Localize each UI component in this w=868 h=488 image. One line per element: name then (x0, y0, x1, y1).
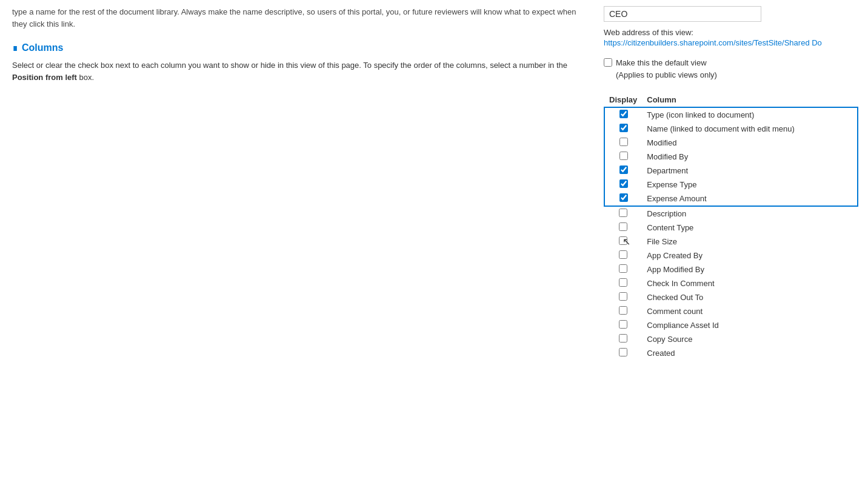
checkbox-created[interactable] (619, 348, 627, 356)
table-row: App Created By (604, 249, 858, 262)
checkbox-comment-count[interactable] (619, 306, 627, 315)
columns-section-description: Select or clear the check box next to ea… (12, 59, 582, 83)
column-header: Column (642, 93, 858, 107)
column-label-created: Created (642, 346, 858, 360)
columns-section-icon: ∎ (12, 42, 18, 53)
checkbox-description[interactable] (619, 209, 627, 217)
default-view-text: Make this the default view (Applies to p… (616, 57, 717, 81)
checkbox-copy-source[interactable] (619, 334, 627, 343)
checkbox-cell (604, 262, 642, 276)
description-text-1: Select or clear the check box next to ea… (12, 61, 567, 70)
table-row: Content Type (604, 221, 858, 235)
table-row: Copy Source (604, 332, 858, 346)
display-header: Display (604, 93, 642, 107)
checkbox-app-modified-by[interactable] (619, 264, 627, 273)
columns-section-header: ∎ Columns (12, 42, 582, 53)
left-panel: type a name for the rest of the document… (0, 0, 594, 488)
column-label-type-icon: Type (icon linked to document) (642, 107, 858, 122)
column-label-expense-type: Expense Type (642, 178, 858, 192)
table-row: App Modified By (604, 262, 858, 276)
view-name-input[interactable] (604, 6, 761, 22)
web-address-value: https://citizenbuilders.sharepoint.com/s… (604, 38, 858, 47)
table-row: Checked Out To (604, 290, 858, 304)
column-label-file-size: File Size (642, 235, 858, 249)
table-row: Check In Comment (604, 276, 858, 290)
table-row: Modified By (604, 150, 858, 164)
checkbox-type-icon[interactable] (619, 110, 628, 118)
checkbox-cell (604, 290, 642, 304)
column-label-check-in-comment: Check In Comment (642, 276, 858, 290)
column-label-compliance-asset-id: Compliance Asset Id (642, 318, 858, 332)
checkbox-cell (604, 206, 642, 221)
checkbox-cell (604, 332, 642, 346)
checkbox-cell (604, 346, 642, 360)
default-view-sublabel: (Applies to public views only) (616, 70, 717, 79)
checkbox-expense-type[interactable] (619, 179, 628, 188)
checkbox-content-type[interactable] (619, 222, 627, 231)
column-label-app-modified-by: App Modified By (642, 262, 858, 276)
checkbox-expense-amount[interactable] (619, 193, 628, 202)
checkbox-cell (604, 192, 642, 206)
checkbox-check-in-comment[interactable] (619, 278, 627, 287)
checkbox-cell (604, 221, 642, 235)
checkbox-cell (604, 150, 642, 164)
description-bold-text: Position from left (12, 73, 77, 82)
checkbox-cell: ↖ (604, 235, 642, 249)
default-view-checkbox[interactable] (604, 58, 612, 67)
table-row: Department (604, 164, 858, 178)
web-address-label: Web address of this view: (604, 28, 858, 37)
columns-table: Display Column Type (icon linked to docu… (604, 93, 858, 360)
column-label-description: Description (642, 206, 858, 221)
column-label-comment-count: Comment count (642, 304, 858, 318)
table-row: ↖File Size (604, 235, 858, 249)
checkbox-cell (604, 276, 642, 290)
checkbox-modified[interactable] (619, 138, 628, 146)
column-label-department: Department (642, 164, 858, 178)
checkbox-checked-out-to[interactable] (619, 292, 627, 301)
column-label-expense-amount: Expense Amount (642, 192, 858, 206)
column-label-modified: Modified (642, 136, 858, 150)
table-row: Compliance Asset Id (604, 318, 858, 332)
checkbox-cell (604, 164, 642, 178)
checkbox-cell (604, 249, 642, 262)
checkbox-name[interactable] (619, 124, 628, 132)
checkbox-cell (604, 107, 642, 122)
checkbox-department[interactable] (619, 165, 628, 174)
table-row: Comment count (604, 304, 858, 318)
table-row: Description (604, 206, 858, 221)
checkbox-file-size[interactable] (619, 236, 627, 245)
column-label-copy-source: Copy Source (642, 332, 858, 346)
default-view-option: Make this the default view (Applies to p… (604, 57, 858, 81)
checkbox-compliance-asset-id[interactable] (619, 320, 627, 329)
column-label-checked-out-to: Checked Out To (642, 290, 858, 304)
checkbox-cell (604, 318, 642, 332)
columns-section-title: Columns (22, 42, 63, 53)
checkbox-cell (604, 136, 642, 150)
description-text-2: box. (79, 73, 95, 82)
checkbox-cell (604, 122, 642, 136)
default-view-label: Make this the default view (616, 58, 707, 67)
checkbox-cell (604, 178, 642, 192)
checkbox-modified-by[interactable] (619, 152, 628, 160)
page-container: type a name for the rest of the document… (0, 0, 868, 488)
checkbox-app-created-by[interactable] (619, 250, 627, 259)
table-row: Type (icon linked to document) (604, 107, 858, 122)
column-label-name: Name (linked to document with edit menu) (642, 122, 858, 136)
right-panel: Web address of this view: https://citize… (594, 0, 868, 488)
table-row: Created (604, 346, 858, 360)
checkbox-cell (604, 304, 642, 318)
column-label-modified-by: Modified By (642, 150, 858, 164)
table-row: Name (linked to document with edit menu) (604, 122, 858, 136)
table-row: Expense Amount (604, 192, 858, 206)
column-label-content-type: Content Type (642, 221, 858, 235)
table-row: Expense Type (604, 178, 858, 192)
intro-text: type a name for the rest of the document… (12, 6, 582, 30)
column-label-app-created-by: App Created By (642, 249, 858, 262)
table-row: Modified (604, 136, 858, 150)
